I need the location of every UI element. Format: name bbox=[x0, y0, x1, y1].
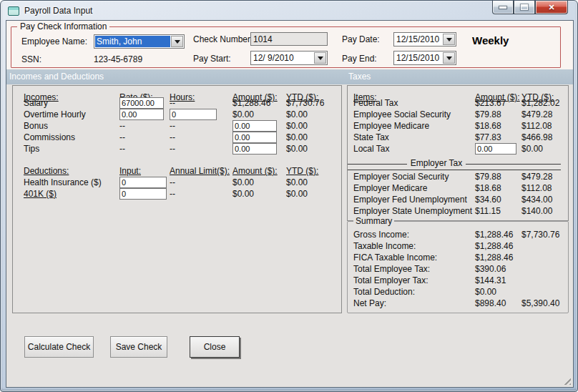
income-row-tips: Tips -- -- $0.00 bbox=[13, 143, 341, 155]
minimize-button[interactable] bbox=[492, 1, 514, 14]
summary-label: Taxable Income: bbox=[353, 241, 475, 251]
total-employee-tax-amount: $390.06 bbox=[475, 264, 521, 274]
summary-label: Gross Income: bbox=[353, 230, 475, 240]
overtime-hours-input[interactable] bbox=[170, 109, 217, 120]
titlebar[interactable]: Payroll Data Input ✕ bbox=[1, 1, 577, 21]
employee-ss-ytd: $479.28 bbox=[521, 109, 568, 119]
income-label: Overtime Hourly bbox=[24, 109, 119, 119]
summary-row-total-employer-tax: Total Employer Tax: $144.31 bbox=[348, 275, 568, 286]
pay-date-value: 12/15/2010 bbox=[395, 34, 442, 45]
taxes-panel: Items: Amount ($): YTD ($): Federal Tax … bbox=[347, 85, 569, 221]
401k-amount: $0.00 bbox=[232, 189, 286, 199]
tax-label: Employer Social Security bbox=[353, 172, 475, 182]
401k-ytd: $0.00 bbox=[286, 189, 341, 199]
close-window-button[interactable]: ✕ bbox=[535, 1, 568, 14]
salary-ytd: $7,730.76 bbox=[286, 98, 341, 108]
payroll-window: Payroll Data Input ✕ Pay Check Informati… bbox=[0, 0, 578, 392]
income-row-commissions: Commissions -- -- $0.00 bbox=[13, 132, 341, 143]
salary-hours: -- bbox=[170, 98, 232, 108]
salary-rate-input[interactable] bbox=[119, 97, 164, 109]
chevron-down-icon[interactable] bbox=[443, 52, 455, 64]
summary-row-fica-taxable-income: FICA Taxable Income: $1,288.46 bbox=[348, 252, 568, 263]
employer-state-unemployment-ytd: $140.00 bbox=[521, 206, 568, 216]
state-tax-ytd: $466.98 bbox=[521, 132, 568, 142]
pay-start-value: 12/ 9/2010 bbox=[252, 52, 313, 64]
401k-input[interactable] bbox=[119, 188, 167, 200]
check-number-input[interactable] bbox=[250, 32, 328, 46]
employee-medicare-ytd: $112.08 bbox=[521, 121, 568, 131]
spacer bbox=[13, 155, 341, 165]
401k-link[interactable]: 401K ($) bbox=[24, 189, 119, 199]
main-content: Incomes: Rate ($): Hours: Amount ($): YT… bbox=[6, 84, 573, 387]
col-annual-limit: Annual Limit($): bbox=[170, 166, 232, 176]
local-tax-ytd: $0.00 bbox=[521, 144, 568, 154]
check-number-label: Check Number: bbox=[193, 34, 253, 44]
chevron-down-icon[interactable] bbox=[171, 36, 183, 47]
overtime-ytd: $0.00 bbox=[286, 109, 341, 119]
total-employer-tax-amount: $144.31 bbox=[475, 275, 521, 285]
employer-medicare-ytd: $112.08 bbox=[521, 183, 568, 193]
incomes-deductions-section-title: Incomes and Deductions bbox=[9, 72, 104, 82]
income-label: Bonus bbox=[24, 121, 119, 131]
col-deductions: Deductions: bbox=[24, 166, 119, 176]
ssn-label: SSN: bbox=[21, 54, 41, 64]
tax-label: Employer Medicare bbox=[353, 183, 475, 193]
health-insurance-input[interactable] bbox=[119, 177, 167, 188]
tax-row-employee-ss: Employee Social Security $79.88 $479.28 bbox=[348, 109, 568, 120]
federal-tax-ytd: $1,282.02 bbox=[521, 98, 568, 108]
employer-ss-ytd: $479.28 bbox=[521, 172, 568, 182]
overtime-rate-input[interactable] bbox=[119, 109, 164, 120]
health-insurance-ytd: $0.00 bbox=[286, 177, 341, 187]
employer-tax-heading: Employer Tax bbox=[407, 158, 466, 168]
taxes-header-row: Items: Amount ($): YTD ($): bbox=[348, 86, 568, 97]
health-insurance-limit: -- bbox=[170, 177, 232, 187]
income-row-salary: Salary -- $1,288.46 $7,730.76 bbox=[13, 97, 341, 109]
employee-name-combobox[interactable]: Smith, John bbox=[94, 34, 185, 49]
bonus-ytd: $0.00 bbox=[286, 121, 341, 131]
employee-name-label: Employee Name: bbox=[21, 36, 87, 46]
deductions-header-row: Deductions: Input: Annual Limit($): Amou… bbox=[13, 165, 341, 177]
income-row-bonus: Bonus -- -- $0.00 bbox=[13, 120, 341, 132]
chevron-down-icon[interactable] bbox=[314, 52, 326, 64]
tips-hours: -- bbox=[170, 144, 232, 154]
employer-ss-amount: $79.88 bbox=[475, 172, 521, 182]
taxes-section-title: Taxes bbox=[348, 72, 371, 82]
pay-end-datepicker[interactable]: 12/15/2010 bbox=[393, 51, 456, 65]
deduction-label: Health Insurance ($) bbox=[24, 177, 119, 187]
pay-start-datepicker[interactable]: 12/ 9/2010 bbox=[250, 51, 328, 65]
401k-limit: -- bbox=[170, 189, 232, 199]
maximize-button[interactable] bbox=[514, 1, 535, 14]
local-tax-input[interactable] bbox=[475, 143, 516, 155]
commissions-amount-input[interactable] bbox=[232, 132, 277, 143]
ssn-value: 123-45-6789 bbox=[94, 54, 142, 64]
health-insurance-amount: $0.00 bbox=[232, 177, 286, 187]
window-title: Payroll Data Input bbox=[24, 6, 92, 16]
close-button[interactable]: Close bbox=[190, 336, 240, 358]
gross-income-amount: $1,288.46 bbox=[475, 230, 521, 240]
chevron-down-icon[interactable] bbox=[443, 34, 455, 45]
deduction-row-401k: 401K ($) -- $0.00 $0.00 bbox=[13, 188, 341, 200]
tips-amount-input[interactable] bbox=[232, 143, 277, 155]
summary-legend: Summary bbox=[353, 216, 394, 226]
net-pay-amount: $898.40 bbox=[475, 298, 521, 308]
employer-state-unemployment-amount: $11.15 bbox=[475, 206, 521, 216]
summary-row-gross-income: Gross Income: $1,288.46 $7,730.76 bbox=[348, 229, 568, 240]
save-check-button[interactable]: Save Check bbox=[110, 336, 167, 358]
tax-label: Employee Medicare bbox=[353, 121, 475, 131]
tax-label: Employer Fed Unemployment bbox=[353, 195, 475, 205]
app-window-icon bbox=[8, 6, 19, 16]
gross-income-ytd: $7,730.76 bbox=[521, 230, 568, 240]
summary-label: Total Employee Tax: bbox=[353, 264, 475, 274]
employer-fed-unemployment-ytd: $434.00 bbox=[521, 195, 568, 205]
bonus-hours: -- bbox=[170, 121, 232, 131]
taxable-income-amount: $1,288.46 bbox=[475, 241, 521, 251]
col-ded-ytd: YTD ($): bbox=[286, 166, 341, 176]
calculate-check-button[interactable]: Calculate Check bbox=[24, 336, 94, 358]
incomes-header-row: Incomes: Rate ($): Hours: Amount ($): YT… bbox=[13, 86, 341, 97]
bonus-amount-input[interactable] bbox=[232, 120, 277, 132]
pay-start-label: Pay Start: bbox=[193, 54, 231, 64]
tax-row-employer-fed-unemployment: Employer Fed Unemployment $34.60 $434.00 bbox=[348, 194, 568, 205]
tax-label: Federal Tax bbox=[353, 98, 475, 108]
pay-date-datepicker[interactable]: 12/15/2010 bbox=[393, 32, 456, 46]
summary-row-total-employee-tax: Total Employee Tax: $390.06 bbox=[348, 263, 568, 275]
